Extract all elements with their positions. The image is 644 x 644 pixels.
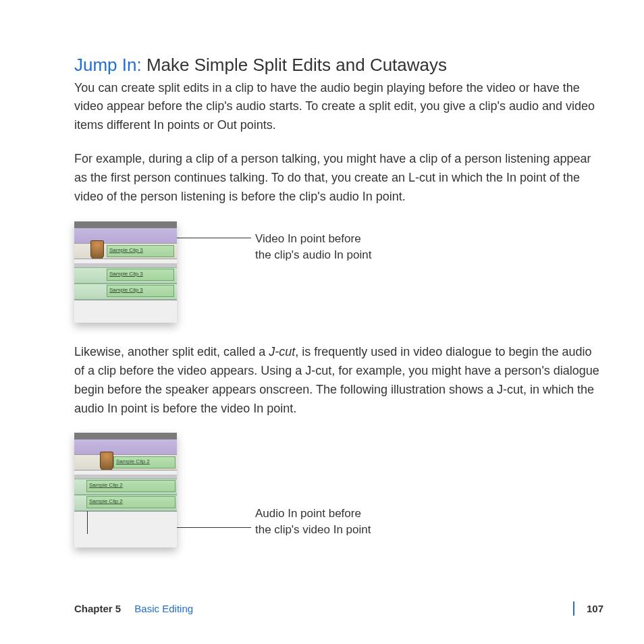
jcut-term: J-cut	[269, 345, 295, 358]
jcut-audio-clip-2: Sample Clip 2	[86, 496, 176, 508]
intro-paragraph-2: For example, during a clip of a person t…	[74, 150, 603, 207]
lcut-timeline-thumb: Sample Clip 3 Sample Clip 3 Sample Clip …	[74, 221, 177, 323]
jcut-callout-line2: the clip's video In point	[255, 523, 371, 536]
heading-title: Make Simple Split Edits and Cutaways	[146, 55, 447, 75]
page-footer: Chapter 5 Basic Editing 107	[74, 601, 603, 616]
lcut-audio-clip-2: Sample Clip 3	[107, 285, 174, 297]
lcut-playhead-icon	[90, 240, 104, 259]
figure-lcut: Sample Clip 3 Sample Clip 3 Sample Clip …	[74, 221, 603, 323]
jcut-playhead-icon	[100, 452, 113, 471]
jcut-timeline-thumb: Sample Clip 2 Sample Clip 2 Sample Clip …	[74, 433, 177, 547]
lcut-callout-line1: Video In point before	[255, 232, 361, 245]
jcut-leader-line	[177, 527, 251, 528]
jcut-para-a: Likewise, another split edit, called a	[74, 345, 269, 358]
intro-paragraph-1: You can create split edits in a clip to …	[74, 79, 603, 136]
lcut-leader-line	[177, 238, 251, 238]
footer-page-number: 107	[573, 601, 603, 616]
footer-title: Basic Editing	[134, 603, 193, 614]
jcut-audio-clip-1: Sample Clip 2	[86, 480, 176, 492]
section-heading: Jump In: Make Simple Split Edits and Cut…	[74, 54, 603, 76]
lcut-callout: Video In point before the clip's audio I…	[255, 231, 371, 263]
jcut-internal-leader	[87, 511, 88, 534]
figure-jcut: Sample Clip 2 Sample Clip 2 Sample Clip …	[74, 433, 603, 547]
lcut-video-clip: Sample Clip 3	[107, 245, 174, 257]
lcut-callout-line2: the clip's audio In point	[255, 248, 371, 261]
page: Jump In: Make Simple Split Edits and Cut…	[0, 0, 644, 644]
lcut-audio-clip-1: Sample Clip 3	[107, 269, 174, 281]
jcut-paragraph: Likewise, another split edit, called a J…	[74, 343, 603, 419]
jcut-video-clip: Sample Clip 2	[113, 456, 176, 468]
footer-left: Chapter 5 Basic Editing	[74, 603, 193, 614]
footer-chapter: Chapter 5	[74, 603, 121, 614]
jcut-callout-line1: Audio In point before	[255, 507, 361, 520]
jcut-callout: Audio In point before the clip's video I…	[255, 506, 371, 538]
heading-jump-in: Jump In:	[74, 55, 142, 75]
